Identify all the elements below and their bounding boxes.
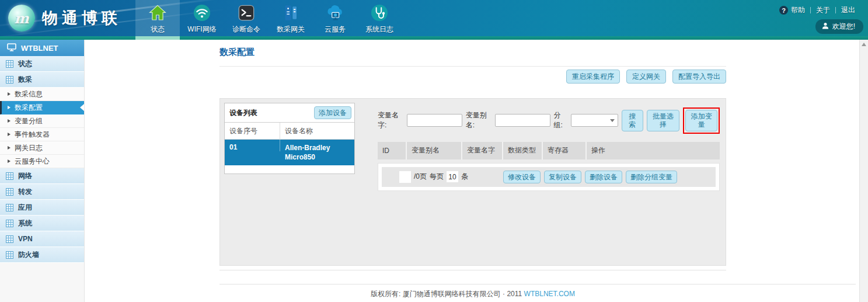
delete-device-button[interactable]: 删除设备 [585, 171, 622, 183]
logo-glyph: m [14, 10, 29, 27]
wifi-icon [193, 3, 211, 23]
device-table-header: 设备序号 设备名称 [225, 123, 354, 140]
nav-label: 状态 [151, 25, 165, 34]
logo-icon: m [8, 5, 35, 32]
group-label: 分组: [554, 110, 567, 130]
sidebar-item-label: 数采配置 [15, 103, 43, 113]
terminal-icon [237, 3, 256, 23]
page-number-input[interactable] [399, 171, 411, 183]
pagination-panel: /0页 每页 10 条 修改设备 复制设备 删除设备 删除分组变量 [378, 163, 720, 191]
help-icon: ? [779, 6, 788, 15]
config-import-export-button[interactable]: 配置导入导出 [672, 70, 726, 84]
sidebar-item-label: 事件触发器 [15, 130, 50, 140]
nav-item-wifi[interactable]: WIFI网络 [180, 0, 224, 40]
sidebar-item-datacollect[interactable]: 数采 [0, 72, 84, 88]
nav-item-diagnose[interactable]: 诊断命令 [224, 0, 269, 40]
sidebar-item-collect-info[interactable]: 数采信息 [0, 88, 84, 101]
sidebar-item-label: 云服务中心 [15, 157, 50, 166]
nav-item-status[interactable]: 状态 [135, 0, 180, 40]
grid-icon [6, 251, 13, 259]
variable-area: 变量名字: 变量别名: 分组: 搜索 批量选择 添加变量 ID [378, 99, 720, 265]
var-alias-input[interactable] [495, 114, 550, 127]
caret-icon [8, 146, 11, 150]
nav-label: 系统日志 [365, 25, 393, 34]
sidebar-item-variable-group[interactable]: 变量分组 [0, 114, 84, 128]
device-row-selected[interactable]: 01 Allen-Bradley Micro850 [225, 140, 354, 165]
filter-row: 变量名字: 变量别名: 分组: 搜索 批量选择 添加变量 [378, 107, 720, 134]
sidebar-item-label: 数采信息 [15, 89, 43, 99]
sidebar-header: WTBLNET [0, 40, 84, 56]
help-link[interactable]: 帮助 [791, 5, 805, 15]
gateway-icon [281, 3, 300, 23]
unit-label: 条 [461, 172, 468, 182]
caret-icon [8, 92, 11, 96]
var-name-input[interactable] [407, 114, 462, 127]
batch-select-button[interactable]: 批量选择 [647, 110, 680, 131]
restart-collector-button[interactable]: 重启采集程序 [566, 70, 620, 84]
group-select[interactable] [571, 114, 618, 127]
modify-device-button[interactable]: 修改设备 [503, 171, 541, 183]
grid-icon [6, 188, 13, 196]
copy-device-button[interactable]: 复制设备 [544, 171, 581, 183]
define-gateway-button[interactable]: 定义网关 [626, 70, 666, 84]
sidebar-title: WTBLNET [21, 44, 58, 53]
sidebar-item-status[interactable]: 状态 [0, 56, 84, 72]
sidebar-item-label: 转发 [18, 187, 32, 197]
sidebar-item-forward[interactable]: 转发 [0, 184, 84, 200]
sidebar-item-network[interactable]: 网络 [0, 168, 84, 184]
device-list-header: 设备列表 添加设备 [225, 103, 354, 123]
caret-icon [8, 106, 11, 109]
search-button[interactable]: 搜索 [622, 110, 643, 131]
grid-icon [6, 235, 13, 243]
sidebar-item-system[interactable]: 系统 [0, 216, 84, 231]
sidebar-item-label: 应用 [18, 203, 32, 213]
sidebar-item-gateway-log[interactable]: 网关日志 [0, 141, 84, 155]
add-variable-button[interactable]: 添加变量 [685, 110, 717, 131]
sidebar-item-collect-config[interactable]: 数采配置 [0, 101, 84, 114]
grid-icon [6, 76, 13, 84]
nav-label: WIFI网络 [187, 25, 216, 34]
col-id: ID [378, 142, 407, 159]
sidebar-item-firewall[interactable]: 防火墙 [0, 247, 84, 263]
delete-group-variable-button[interactable]: 删除分组变量 [626, 171, 677, 183]
sidebar-item-label: 网络 [18, 171, 32, 181]
wtblnet-link[interactable]: WTBLNET.COM [524, 290, 575, 298]
nav-item-cloud[interactable]: 云服务 [313, 0, 357, 40]
chevron-down-icon [610, 119, 615, 122]
toolbar: 重启采集程序 定义网关 配置导入导出 [219, 70, 726, 84]
var-alias-label: 变量别名: [466, 110, 491, 130]
highlight-annotation-box: 添加变量 [683, 107, 720, 134]
nav-item-gateway[interactable]: 数采网关 [269, 0, 313, 40]
col-register: 寄存器 [543, 142, 587, 159]
grid-icon [6, 60, 13, 68]
config-panel: 设备列表 添加设备 设备序号 设备名称 01 Allen-Bradley Mic… [219, 98, 726, 266]
device-no: 01 [225, 140, 280, 151]
caret-icon [8, 119, 11, 123]
top-links: ? 帮助 关于 退出 [779, 5, 855, 15]
stethoscope-icon [370, 3, 389, 23]
device-list-title: 设备列表 [229, 108, 257, 118]
about-link[interactable]: 关于 [816, 5, 830, 15]
top-header: m 物通博联 状态 WIFI网络 诊断命令 [0, 0, 868, 40]
welcome-button[interactable]: 欢迎您! [815, 19, 863, 34]
welcome-label: 欢迎您! [832, 22, 855, 32]
page-title: 数采配置 [219, 47, 255, 58]
col-alias: 变量别名 [407, 142, 462, 159]
nav-item-syslog[interactable]: 系统日志 [357, 0, 402, 40]
logout-link[interactable]: 退出 [841, 5, 855, 15]
title-divider [219, 66, 726, 67]
device-actions: 修改设备 复制设备 删除设备 删除分组变量 [503, 171, 677, 183]
page-size-box[interactable]: 10 [447, 171, 458, 182]
sidebar-item-event-trigger[interactable]: 事件触发器 [0, 128, 84, 141]
vertical-scrollbar[interactable] [859, 40, 868, 302]
sidebar-item-application[interactable]: 应用 [0, 200, 84, 216]
scroll-up-arrow-icon[interactable] [862, 43, 866, 46]
sidebar: WTBLNET 状态 数采 数采信息 数采配置 变量分组 事件触发器 网关日 [0, 40, 85, 302]
device-col-no: 设备序号 [225, 123, 280, 139]
col-datatype: 数据类型 [503, 142, 543, 159]
add-device-button[interactable]: 添加设备 [314, 106, 351, 119]
home-icon [148, 3, 167, 23]
sidebar-item-vpn[interactable]: VPN [0, 231, 84, 247]
sidebar-item-cloud-center[interactable]: 云服务中心 [0, 155, 84, 168]
footer-divider-2 [219, 284, 856, 284]
